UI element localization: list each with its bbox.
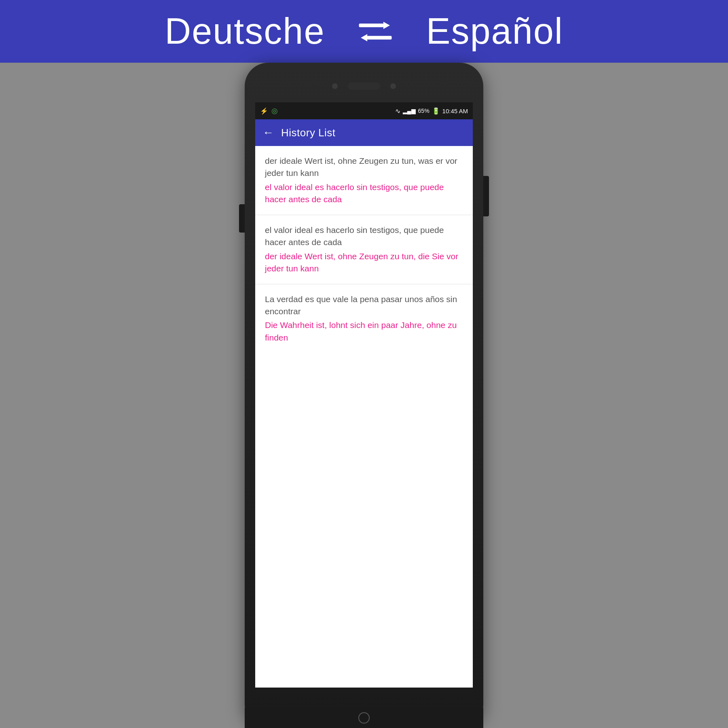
- status-left: ⚡ ◎: [260, 106, 278, 115]
- svg-marker-1: [383, 21, 390, 29]
- status-right: ∿ ▂▄▆ 65% 🔋 10:45 AM: [395, 107, 468, 115]
- top-banner: Deutsche Español: [0, 0, 728, 63]
- front-camera: [332, 83, 338, 89]
- phone-device: ⚡ ◎ ∿ ▂▄▆ 65% 🔋 10:45 AM ← History List …: [245, 63, 483, 728]
- item-2-primary-text: el valor ideal es hacerlo sin testigos, …: [265, 224, 463, 249]
- item-1-secondary-text: el valor ideal es hacerlo sin testigos, …: [265, 181, 463, 206]
- speaker-grill: [348, 83, 380, 90]
- history-item-3[interactable]: La verdad es que vale la pena pasar unos…: [255, 284, 473, 353]
- item-3-primary-text: La verdad es que vale la pena pasar unos…: [265, 293, 463, 318]
- phone-screen: ⚡ ◎ ∿ ▂▄▆ 65% 🔋 10:45 AM ← History List …: [255, 102, 473, 688]
- location-icon: ◎: [271, 106, 278, 115]
- signal-icon: ▂▄▆: [403, 108, 416, 114]
- history-item-1[interactable]: der ideale Wert ist, ohne Zeugen zu tun,…: [255, 146, 473, 215]
- history-item-2[interactable]: el valor ideal es hacerlo sin testigos, …: [255, 215, 473, 284]
- phone-top-bar: [245, 70, 483, 102]
- lang-left-label: Deutsche: [165, 11, 325, 52]
- back-button[interactable]: ←: [262, 126, 274, 139]
- sensor: [390, 83, 396, 89]
- swap-icon: [357, 13, 394, 50]
- time-display: 10:45 AM: [442, 108, 468, 114]
- app-bar: ← History List: [255, 119, 473, 146]
- item-2-secondary-text: der ideale Wert ist, ohne Zeugen zu tun,…: [265, 250, 463, 275]
- volume-button: [239, 204, 245, 233]
- power-button: [483, 176, 489, 216]
- screen-title: History List: [281, 127, 336, 139]
- svg-marker-3: [361, 34, 367, 41]
- phone-bottom-bar: [245, 708, 483, 728]
- status-bar: ⚡ ◎ ∿ ▂▄▆ 65% 🔋 10:45 AM: [255, 102, 473, 119]
- usb-icon: ⚡: [260, 107, 268, 115]
- lang-right-label: Español: [426, 11, 563, 52]
- svg-rect-0: [359, 23, 384, 27]
- battery-icon: 🔋: [432, 107, 440, 115]
- history-list: der ideale Wert ist, ohne Zeugen zu tun,…: [255, 146, 473, 688]
- home-button[interactable]: [358, 712, 370, 724]
- battery-percent: 65%: [418, 108, 430, 114]
- item-1-primary-text: der ideale Wert ist, ohne Zeugen zu tun,…: [265, 155, 463, 180]
- item-3-secondary-text: Die Wahrheit ist, lohnt sich ein paar Ja…: [265, 319, 463, 344]
- svg-rect-2: [367, 36, 392, 39]
- wifi-icon: ∿: [395, 107, 400, 115]
